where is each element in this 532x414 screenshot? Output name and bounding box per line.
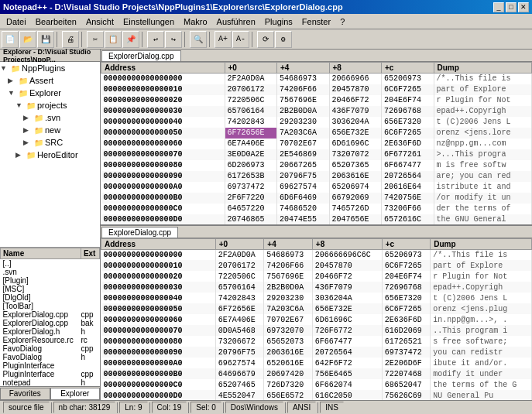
table-row[interactable]: 000000000000000906172653B20796F752063616… — [101, 171, 532, 182]
print-button[interactable]: 🖨 — [62, 31, 79, 48]
table-row[interactable]: 0000000000000004074202843292032303036204… — [101, 117, 532, 128]
save-button[interactable]: 💾 — [37, 31, 54, 48]
menu-einstellungen[interactable]: Einstellungen — [118, 15, 179, 28]
table-row[interactable]: 000000000000000606E7A406E70702E676D61696… — [101, 314, 532, 325]
table-row[interactable]: 000000000000000606E7A406E70702E676D61696… — [101, 139, 532, 149]
undo-button[interactable]: ↩ — [147, 31, 164, 48]
close-button[interactable]: ✕ — [518, 2, 529, 12]
list-item[interactable]: [Plugin] — [1, 276, 100, 285]
tree-item-src[interactable]: ▶ 📁 SRC — [0, 136, 100, 149]
col-name: Name — [1, 248, 81, 259]
search-button[interactable]: 🔍 — [190, 31, 207, 48]
tree-label: HeroEditor — [37, 150, 78, 159]
list-item[interactable]: [ToolBar] — [1, 302, 100, 310]
list-item[interactable]: notepadh — [1, 378, 100, 386]
menu-help[interactable]: ? — [335, 15, 349, 28]
new-button[interactable]: 📄 — [2, 31, 19, 48]
table-row[interactable]: 000000000000000102070617274206F662045787… — [101, 260, 532, 271]
list-item[interactable]: ExplorerDialog.cppcpp — [1, 310, 100, 319]
tree-toggle: ▼ — [0, 64, 11, 72]
table-row[interactable]: 000000000000000D02074686520474E552047656… — [101, 214, 532, 224]
list-item[interactable]: ExplorerDialog.hh — [1, 327, 100, 336]
copy-button[interactable]: 📋 — [105, 31, 122, 48]
table-row[interactable]: 000000000000000D04E552047656E6572616C205… — [101, 390, 532, 400]
zoom-in-button[interactable]: A+ — [215, 31, 232, 48]
table-row[interactable]: 000000000000000207220506C7567696E20466F7… — [101, 95, 532, 106]
hex-content-bottom[interactable]: Address +0 +4 +8 +c Dump 000000000000000… — [101, 238, 532, 401]
hex-panel-top: ExplorerDialog.cpp Address +0 +4 +8 +c D… — [101, 50, 532, 226]
table-row[interactable]: 000000000000000A0696275746520616E642F6F7… — [101, 358, 532, 368]
title-bar-buttons[interactable]: _ □ ✕ — [493, 2, 529, 12]
hex-tab-top[interactable]: ExplorerDialog.cpp — [101, 50, 181, 61]
table-row[interactable]: 000000000000000700D0A546869732070726F677… — [101, 325, 532, 336]
minimize-button[interactable]: _ — [493, 2, 504, 12]
list-item[interactable]: ExplorerDialog.cppbak — [1, 319, 100, 327]
col-plus8: +8 — [312, 238, 382, 249]
list-item[interactable]: .svn — [1, 268, 100, 276]
table-row[interactable]: 000000000000000506F72656E7A203C6A656E732… — [101, 128, 532, 139]
list-item[interactable]: FavoDialogcpp — [1, 344, 100, 353]
table-row[interactable]: 00000000000000030657061642B2B0D0A436F707… — [101, 282, 532, 293]
cut-button[interactable]: ✂ — [87, 31, 104, 48]
table-row[interactable]: 000000000000000A069737472696275746520697… — [101, 182, 532, 193]
table-row[interactable]: 000000000000000002F2A0D0A546869732066696… — [101, 74, 532, 84]
right-area: ExplorerDialog.cpp Address +0 +4 +8 +c D… — [101, 50, 532, 400]
table-row[interactable]: 000000000000000806D206973206672656520736… — [101, 160, 532, 171]
tree-item-explorer[interactable]: ▼ 📁 Explorer — [0, 87, 100, 99]
tree-view[interactable]: ▼ 📁 NppPlugins ▶ 📁 Assert ▼ 📁 Explorer — [0, 62, 100, 247]
table-row[interactable]: 000000000000000B06469667920697420756E646… — [101, 368, 532, 379]
menu-ausfuhren[interactable]: Ausführen — [212, 15, 260, 28]
table-row[interactable]: 000000000000000C065207465726D73206F66207… — [101, 379, 532, 390]
menu-fenster[interactable]: Fenster — [297, 15, 335, 28]
folder-icon: 📁 — [26, 151, 37, 159]
menu-datei[interactable]: Datei — [2, 15, 31, 28]
tab-explorer[interactable]: Explorer — [50, 388, 101, 400]
sync-button[interactable]: ⟳ — [257, 31, 274, 48]
table-row[interactable]: 0000000000000009020796F752063616E2072656… — [101, 347, 532, 358]
title-text: Notepad++ - D:\Visual Studio Projects\Np… — [3, 2, 493, 12]
hex-content-top[interactable]: Address +0 +4 +8 +c Dump 000000000000000… — [101, 62, 532, 224]
list-item[interactable]: PluginInterfacecpp — [1, 370, 100, 378]
status-row: nb char: 38129 — [53, 402, 116, 413]
table-row[interactable]: 000000000000000207220506C7567696E20466F7… — [101, 271, 532, 282]
settings-button[interactable]: ⚙ — [275, 31, 292, 48]
table-row[interactable]: 000000000000000102070617274206F662045787… — [101, 84, 532, 95]
col-plus4: +4 — [277, 63, 330, 74]
tab-favorites[interactable]: Favorites — [0, 388, 50, 400]
menu-ansicht[interactable]: Ansicht — [81, 15, 118, 28]
tree-item-projects[interactable]: ▼ 📁 projects — [0, 99, 100, 111]
table-row[interactable]: 0000000000000008073206672656520736F66747… — [101, 336, 532, 347]
maximize-button[interactable]: □ — [506, 2, 517, 12]
hex-tab-bottom[interactable]: ExploreDialog.cpp — [101, 227, 178, 238]
menu-bearbeiten[interactable]: Bearbeiten — [31, 15, 81, 28]
list-item[interactable]: PluginInterface — [1, 361, 100, 370]
redo-button[interactable]: ↪ — [165, 31, 182, 48]
paste-button[interactable]: 📌 — [122, 31, 139, 48]
table-row[interactable]: 000000000000000B02F6F72206D6F64696679206… — [101, 193, 532, 204]
list-item[interactable]: FavoDialogh — [1, 353, 100, 361]
menu-makro[interactable]: Makro — [179, 15, 212, 28]
tree-item-assert[interactable]: ▶ 📁 Assert — [0, 74, 100, 87]
table-row[interactable]: 00000000000000030657061642B2B0D0A436F707… — [101, 106, 532, 117]
list-item[interactable]: ExplorerResource.rcrc — [1, 336, 100, 344]
zoom-out-button[interactable]: A- — [232, 31, 249, 48]
tree-item-svn[interactable]: ▶ 📁 .svn — [0, 111, 100, 124]
tree-item-heroeditor[interactable]: ▶ 📁 HeroEditor — [0, 149, 100, 161]
table-row[interactable]: 000000000000000C064657220746865207465726… — [101, 204, 532, 214]
list-item[interactable]: [MSC] — [1, 285, 100, 293]
tree-item-npplugins[interactable]: ▼ 📁 NppPlugins — [0, 62, 100, 74]
col-dump: Dump — [431, 238, 532, 249]
table-row[interactable]: 0000000000000004074202843292032303036204… — [101, 293, 532, 303]
tree-item-new[interactable]: ▶ 📁 new — [0, 124, 100, 136]
col-plus0: +0 — [225, 63, 277, 74]
list-item[interactable]: [..] — [1, 259, 100, 269]
table-row[interactable]: 000000000000000002F2A0D0A546869732066666… — [101, 249, 532, 260]
table-row[interactable]: 000000000000000703E0D0A2E2E5468697320707… — [101, 149, 532, 160]
open-button[interactable]: 📂 — [19, 31, 36, 48]
menu-plugins[interactable]: Plugins — [260, 15, 297, 28]
explorer-title-text: Explorer - D:\Visual Studio Projects\Npp… — [3, 48, 97, 63]
table-row[interactable]: 000000000000000506F72656E7A203C6A656E732… — [101, 303, 532, 314]
status-separator-6 — [285, 402, 286, 413]
list-item[interactable]: [DlgOld] — [1, 293, 100, 302]
toolbar-separator-3 — [142, 32, 145, 47]
